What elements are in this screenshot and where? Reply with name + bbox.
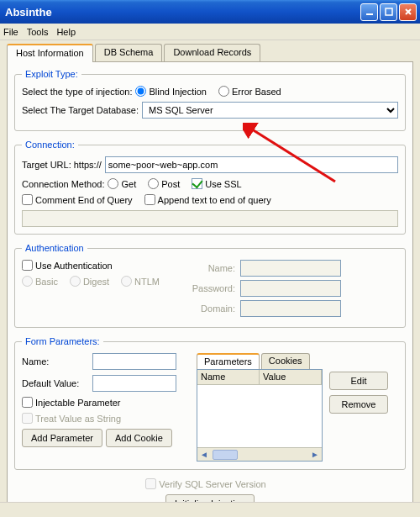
- form-parameters-group: Form Parameters: Name: Default Value: In…: [14, 336, 406, 470]
- add-cookie-button[interactable]: Add Cookie: [106, 429, 172, 447]
- auth-name-label: Name:: [185, 263, 235, 273]
- auth-password-label: Password:: [185, 283, 235, 293]
- post-radio[interactable]: Post: [148, 178, 180, 189]
- menu-help[interactable]: Help: [56, 27, 76, 37]
- connection-legend: Connection:: [22, 140, 78, 150]
- injectable-checkbox[interactable]: Injectable Parameter: [22, 397, 121, 408]
- tab-parameters[interactable]: Parameters: [197, 353, 260, 370]
- injection-type-label: Select the type of injection:: [22, 87, 132, 97]
- menu-file[interactable]: File: [3, 27, 18, 37]
- auth-name-input: [240, 260, 341, 277]
- tab-cookies[interactable]: Cookies: [261, 353, 310, 370]
- col-value[interactable]: Value: [260, 370, 322, 384]
- auth-domain-input: [240, 300, 341, 317]
- target-url-label: Target URL: https://: [22, 160, 102, 170]
- append-text-checkbox[interactable]: Append text to end of query: [144, 194, 271, 205]
- exploit-type-group: Exploit Type: Select the type of injecti…: [14, 69, 406, 131]
- fp-name-label: Name:: [22, 356, 89, 367]
- ntlm-radio: NTLM: [121, 276, 160, 287]
- scroll-left-icon[interactable]: ◄: [197, 449, 211, 461]
- target-db-label: Select The Target Database:: [22, 105, 139, 115]
- fp-default-label: Default Value:: [22, 378, 89, 388]
- horizontal-scrollbar[interactable]: ◄ ►: [197, 447, 322, 461]
- tab-panel: Exploit Type: Select the type of injecti…: [7, 61, 413, 517]
- main-tabs: Host Information DB Schema Download Reco…: [7, 44, 413, 62]
- authentication-group: Authentication Use Authentication Basic …: [14, 243, 406, 328]
- maximize-button[interactable]: [380, 3, 397, 21]
- svg-rect-1: [386, 8, 392, 15]
- parameters-listview[interactable]: Name Value ◄ ►: [197, 369, 323, 462]
- fp-default-input[interactable]: [92, 375, 176, 392]
- edit-button[interactable]: Edit: [329, 372, 388, 390]
- scroll-thumb[interactable]: [213, 450, 238, 460]
- connection-group: Connection: Target URL: https:// Connect…: [14, 140, 406, 235]
- query-text-area[interactable]: [22, 210, 398, 227]
- get-radio[interactable]: Get: [108, 178, 136, 189]
- remove-button[interactable]: Remove: [329, 395, 388, 414]
- exploit-legend: Exploit Type:: [22, 69, 81, 79]
- minimize-button[interactable]: [360, 3, 378, 21]
- tab-download-records[interactable]: Download Records: [164, 44, 260, 62]
- verify-version-checkbox: Verify SQL Server Version: [145, 478, 265, 489]
- scroll-right-icon[interactable]: ►: [308, 449, 322, 461]
- treat-string-checkbox: Treat Value as String: [22, 413, 121, 424]
- digest-radio: Digest: [70, 276, 109, 287]
- auth-domain-label: Domain:: [185, 303, 235, 314]
- comment-eoq-checkbox[interactable]: Comment End of Query: [22, 194, 133, 205]
- svg-rect-0: [366, 13, 373, 15]
- titlebar: Absinthe: [0, 0, 420, 24]
- use-ssl-checkbox[interactable]: Use SSL: [192, 178, 241, 189]
- target-database-select[interactable]: MS SQL Server: [142, 102, 398, 119]
- tab-db-schema[interactable]: DB Schema: [95, 44, 163, 62]
- check-icon: [192, 178, 202, 189]
- menubar: File Tools Help: [0, 24, 420, 40]
- basic-radio: Basic: [22, 276, 58, 287]
- add-parameter-button[interactable]: Add Parameter: [22, 429, 102, 447]
- auth-password-input: [240, 280, 341, 297]
- menu-tools[interactable]: Tools: [27, 27, 49, 37]
- target-url-input[interactable]: [105, 156, 398, 173]
- error-based-radio[interactable]: Error Based: [218, 86, 281, 97]
- fp-legend: Form Parameters:: [22, 336, 103, 346]
- blind-injection-radio[interactable]: Blind Injection: [135, 86, 207, 97]
- col-name[interactable]: Name: [197, 370, 260, 384]
- use-auth-checkbox[interactable]: Use Authentication: [22, 260, 113, 271]
- close-button[interactable]: [399, 3, 417, 21]
- auth-legend: Authentication: [22, 243, 87, 253]
- app-title: Absinthe: [5, 6, 52, 18]
- tab-host-information[interactable]: Host Information: [7, 44, 93, 62]
- fp-name-input[interactable]: [92, 353, 176, 370]
- statusbar: [0, 502, 420, 517]
- connection-method-label: Connection Method:: [22, 179, 104, 189]
